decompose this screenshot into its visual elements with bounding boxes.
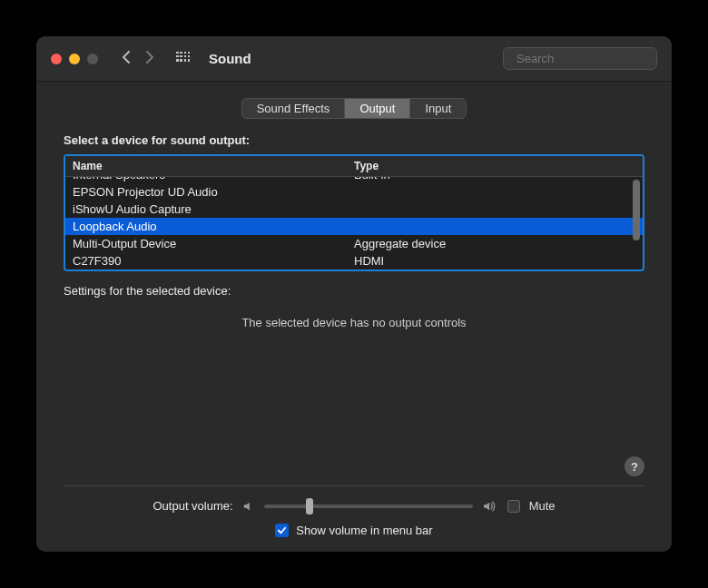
menubar-label: Show volume in menu bar: [296, 524, 432, 537]
settings-heading: Settings for the selected device:: [64, 284, 644, 298]
mute-label: Mute: [529, 499, 556, 513]
forward-button[interactable]: [140, 51, 160, 67]
tab-group: Sound EffectsOutputInput: [64, 98, 644, 119]
window-controls: [51, 54, 98, 64]
tab-sound-effects[interactable]: Sound Effects: [242, 99, 346, 118]
window-title: Sound: [209, 51, 496, 66]
sound-preferences-window: Sound Sound EffectsOutputInput Select a …: [36, 36, 672, 552]
search-input[interactable]: [516, 52, 669, 65]
device-list-header: Name Type: [65, 156, 643, 177]
output-volume-label: Output volume:: [152, 499, 232, 513]
nav-arrows: [116, 51, 160, 67]
volume-slider[interactable]: [264, 505, 473, 508]
tab-input[interactable]: Input: [410, 99, 466, 118]
volume-high-icon: [482, 500, 498, 513]
scrollbar-track[interactable]: [633, 180, 640, 267]
menubar-row: Show volume in menu bar: [64, 524, 644, 537]
search-field[interactable]: [503, 47, 657, 70]
segmented-control: Sound EffectsOutputInput: [241, 98, 467, 119]
device-rows-viewport: Internal SpeakersBuilt-inEPSON Projector…: [65, 177, 643, 270]
output-volume-row: Output volume: Mute: [64, 499, 644, 513]
device-type: Built-in: [347, 177, 643, 185]
device-type: [347, 189, 643, 196]
help-button[interactable]: ?: [624, 456, 644, 476]
volume-slider-thumb[interactable]: [306, 498, 313, 514]
no-controls-message: The selected device has no output contro…: [64, 309, 644, 337]
checkmark-icon: [277, 525, 287, 535]
device-row[interactable]: C27F390HDMI: [65, 252, 643, 270]
mute-checkbox[interactable]: [507, 500, 520, 513]
volume-low-icon: [242, 500, 255, 513]
back-button[interactable]: [116, 51, 136, 67]
titlebar: Sound: [36, 36, 672, 82]
column-header-type[interactable]: Type: [347, 156, 643, 176]
tab-output[interactable]: Output: [345, 99, 410, 118]
device-rows: Internal SpeakersBuilt-inEPSON Projector…: [65, 177, 643, 270]
settings-area: ?: [64, 337, 644, 476]
device-type: [347, 206, 643, 213]
device-type: HDMI: [347, 250, 643, 270]
close-button[interactable]: [51, 54, 62, 64]
section-heading: Select a device for sound output:: [64, 133, 644, 147]
menubar-checkbox[interactable]: [275, 524, 289, 537]
scrollbar-thumb[interactable]: [633, 180, 640, 240]
device-list: Name Type Internal SpeakersBuilt-inEPSON…: [64, 154, 644, 271]
column-header-name[interactable]: Name: [65, 156, 347, 176]
minimize-button[interactable]: [69, 54, 80, 64]
device-name: C27F390: [65, 250, 347, 270]
show-all-icon[interactable]: [176, 52, 191, 66]
content-area: Sound EffectsOutputInput Select a device…: [36, 82, 672, 552]
zoom-button[interactable]: [87, 54, 98, 64]
device-type: [347, 223, 643, 230]
divider: [64, 485, 644, 486]
